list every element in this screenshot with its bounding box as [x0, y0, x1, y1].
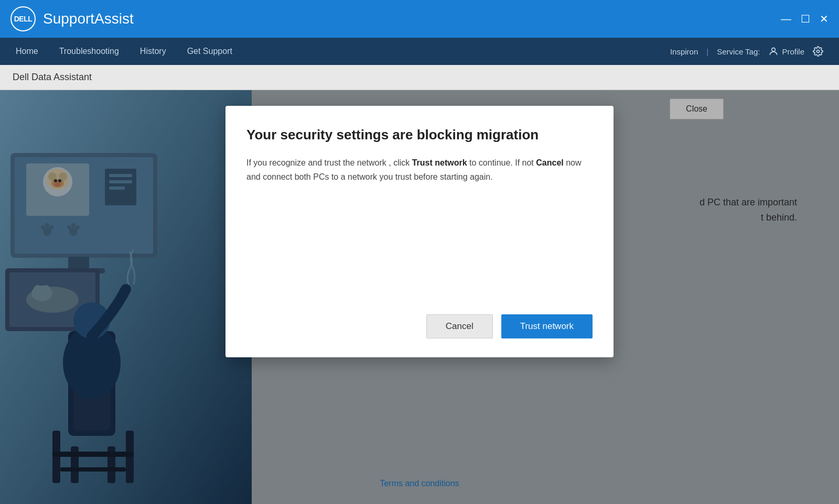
- main-content: Close d PC that are important t behind. …: [0, 90, 839, 504]
- cancel-button[interactable]: Cancel: [426, 314, 493, 338]
- nav-bar: Home Troubleshooting History Get Support…: [0, 38, 839, 65]
- nav-troubleshooting[interactable]: Troubleshooting: [59, 47, 119, 56]
- dell-logo: DELL: [10, 6, 36, 31]
- cancel-bold: Cancel: [536, 158, 563, 167]
- minimize-button[interactable]: —: [781, 14, 791, 24]
- svg-point-0: [772, 48, 776, 51]
- profile-nav[interactable]: Profile: [768, 46, 804, 57]
- modal-body: If you recognize and trust the network ,…: [246, 156, 593, 293]
- close-window-button[interactable]: ✕: [820, 14, 829, 24]
- settings-icon[interactable]: [813, 46, 823, 57]
- modal-body-text1: If you recognize and trust the network ,…: [246, 158, 412, 167]
- nav-get-support[interactable]: Get Support: [187, 47, 232, 56]
- profile-label: Profile: [782, 47, 804, 56]
- trust-network-button[interactable]: Trust network: [501, 314, 593, 338]
- nav-history[interactable]: History: [140, 47, 166, 56]
- window-controls: — ☐ ✕: [781, 14, 829, 24]
- modal-body-middle: to continue. If not: [467, 158, 536, 167]
- page-title: Dell Data Assistant: [13, 72, 92, 83]
- nav-right: Inspiron | Service Tag: Profile: [670, 46, 823, 57]
- title-bar: DELL SupportAssist — ☐ ✕: [0, 0, 839, 38]
- profile-icon: [768, 46, 779, 57]
- nav-links: Home Troubleshooting History Get Support: [16, 47, 670, 56]
- nav-home[interactable]: Home: [16, 47, 38, 56]
- device-name: Inspiron: [670, 47, 698, 56]
- service-tag-label: Service Tag:: [717, 47, 760, 56]
- svg-point-1: [817, 50, 820, 53]
- maximize-button[interactable]: ☐: [801, 14, 810, 24]
- dell-logo-text: DELL: [14, 15, 33, 23]
- modal-title: Your security settings are blocking migr…: [246, 127, 593, 143]
- nav-separator: |: [706, 47, 708, 56]
- modal-overlay: Your security settings are blocking migr…: [0, 90, 839, 504]
- trust-network-bold: Trust network: [412, 158, 467, 167]
- modal-footer: Cancel Trust network: [246, 314, 593, 338]
- app-title: SupportAssist: [43, 10, 134, 27]
- security-modal: Your security settings are blocking migr…: [225, 106, 614, 357]
- page-header: Dell Data Assistant: [0, 65, 839, 90]
